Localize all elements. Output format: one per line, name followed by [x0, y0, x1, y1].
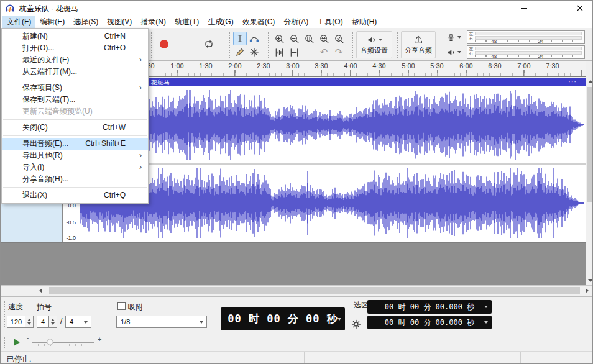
slider-thumb[interactable]	[47, 339, 53, 345]
play-at-speed-button[interactable]	[11, 337, 23, 348]
submenu-arrow-icon: ›	[139, 150, 142, 162]
scroll-right-icon[interactable]	[586, 288, 589, 293]
menu-edit[interactable]: 编辑(E)	[35, 16, 69, 28]
redo-button[interactable]: ↷	[331, 45, 346, 59]
multi-tool-button[interactable]	[247, 45, 261, 59]
time-signature-upper-input[interactable]: 4	[37, 316, 49, 328]
play-speed-slider[interactable]	[32, 337, 94, 348]
vruler-value: -0.5	[63, 219, 76, 225]
audio-setup-toolbar-grip[interactable]	[351, 32, 354, 58]
selection-end-display[interactable]: 00 时 00 分 00.000 秒	[367, 316, 492, 329]
timeline-label: 2:00	[228, 62, 241, 70]
clip-menu-button[interactable]: ···	[564, 78, 581, 85]
menu-item-recent-files[interactable]: 最近的文件(F)›	[2, 54, 148, 66]
edit-toolbar-grip[interactable]	[267, 32, 270, 58]
time-toolbar-grip[interactable]	[3, 301, 6, 328]
record-meter[interactable]: 左 右 -48 -24	[467, 30, 585, 44]
submenu-arrow-icon: ›	[139, 54, 142, 66]
menu-view[interactable]: 视图(V)	[103, 16, 136, 28]
speed-spinner[interactable]	[25, 316, 34, 328]
menu-transport[interactable]: 播录(N)	[136, 16, 170, 28]
zoom-in-button[interactable]	[272, 32, 287, 45]
menu-item-new[interactable]: 新建(N)Ctrl+N	[2, 30, 148, 42]
timeline-label: 1:00	[170, 62, 183, 70]
menu-item-save-to-cloud[interactable]: 保存到云端(T)...	[2, 94, 148, 106]
scroll-up-icon[interactable]	[588, 80, 593, 83]
trim-audio-button[interactable]	[272, 45, 287, 59]
position-toolbar-grip[interactable]	[214, 301, 218, 328]
menu-item-save-project[interactable]: 保存项目(S)›	[2, 82, 148, 94]
envelope-tool-button[interactable]	[247, 32, 261, 45]
selection-options-gear-icon[interactable]	[351, 319, 361, 329]
snap-checkbox[interactable]	[117, 302, 126, 310]
pencil-icon	[235, 47, 245, 57]
transport-toolbar-grip[interactable]	[150, 32, 153, 58]
play-meter[interactable]: 左 右 -48 -24	[467, 45, 585, 59]
menu-tracks[interactable]: 轨道(T)	[170, 16, 203, 28]
menu-item-close[interactable]: 关闭(C)Ctrl+W	[2, 122, 148, 134]
zoom-selection-button[interactable]	[301, 32, 316, 45]
menu-help[interactable]: 帮助(H)	[347, 16, 382, 28]
menu-separator	[3, 187, 147, 188]
share-toolbar-grip[interactable]	[396, 32, 399, 58]
vertical-scrollbar[interactable]	[586, 77, 593, 285]
horizontal-scrollbar-thumb[interactable]	[49, 287, 580, 294]
meter-toolbar-grip[interactable]	[439, 32, 443, 58]
menu-item-share-audio[interactable]: 分享音频(H)...	[2, 173, 148, 185]
position-format-caret-icon	[338, 318, 341, 321]
share-audio-button[interactable]: 分享音频	[401, 31, 436, 58]
horizontal-scrollbar[interactable]	[1, 285, 593, 296]
clip-header[interactable]: 花斑马 ···	[80, 78, 586, 86]
vertical-scrollbar-thumb[interactable]	[587, 87, 593, 202]
close-button[interactable]	[566, 1, 593, 16]
selection-start-display[interactable]: 00 时 00 分 00.000 秒	[367, 300, 492, 314]
undo-button[interactable]: ↶	[316, 45, 331, 59]
menu-generate[interactable]: 生成(G)	[203, 16, 237, 28]
play-at-speed-grip[interactable]	[3, 337, 6, 348]
silence-audio-button[interactable]	[287, 45, 301, 59]
menu-item-open-from-cloud[interactable]: 从云端打开(M)...	[2, 66, 148, 78]
loop-button[interactable]	[201, 37, 217, 52]
scrollbar-corner	[586, 61, 593, 77]
menu-effect[interactable]: 效果器(C)	[238, 16, 280, 28]
zoom-toggle-button[interactable]	[331, 32, 346, 45]
maximize-button[interactable]	[538, 1, 566, 16]
snap-toolbar-grip[interactable]	[106, 301, 109, 328]
zoom-fit-button[interactable]	[316, 32, 331, 45]
waveform-canvas[interactable]	[80, 86, 586, 242]
menu-item-export-other[interactable]: 导出其他(R)›	[2, 150, 148, 162]
timeline-label: 6:30	[488, 62, 501, 70]
snap-select[interactable]: 1/8	[116, 316, 207, 328]
tools-toolbar-grip[interactable]	[228, 32, 231, 58]
selection-tool-button[interactable]	[233, 32, 247, 45]
minimize-button[interactable]	[510, 1, 538, 16]
menu-file[interactable]: 文件(F)	[2, 16, 35, 28]
share-upload-icon	[413, 35, 423, 45]
bottom-toolbar-area: 速度 120 拍号 4 / 4 吸附 1/8 00 时 00 分 00 秒 选区	[1, 296, 592, 351]
zoom-out-icon	[289, 34, 300, 44]
menu-analyze[interactable]: 分析(A)	[279, 16, 313, 28]
menu-item-open[interactable]: 打开(O)...Ctrl+O	[2, 42, 148, 54]
audio-setup-button[interactable]: 音频设置	[356, 31, 392, 58]
loop-icon	[203, 39, 214, 50]
record-meter-options-button[interactable]	[443, 30, 464, 44]
record-icon	[160, 40, 168, 48]
menu-item-exit[interactable]: 退出(X)Ctrl+Q	[2, 189, 148, 201]
time-signature-spinner[interactable]	[49, 316, 57, 328]
menu-item-export-audio[interactable]: 导出音频(E)...Ctrl+Shift+E	[2, 138, 148, 150]
zoom-out-button[interactable]	[287, 32, 301, 45]
audio-position-display[interactable]: 00 时 00 分 00 秒	[221, 307, 345, 330]
menu-item-import[interactable]: 导入(I)›	[2, 162, 148, 173]
record-button[interactable]	[154, 34, 175, 55]
play-meter-options-button[interactable]	[443, 45, 464, 59]
scroll-left-icon[interactable]	[39, 288, 42, 293]
menu-select[interactable]: 选择(S)	[69, 16, 103, 28]
selection-toolbar-grip[interactable]	[347, 301, 351, 328]
loop-toolbar-grip[interactable]	[195, 32, 198, 58]
draw-tool-button[interactable]	[233, 45, 247, 59]
speed-input[interactable]: 120	[7, 316, 25, 328]
menu-tools[interactable]: 工具(O)	[313, 16, 347, 28]
zoom-fit-icon	[319, 34, 329, 44]
scroll-down-icon[interactable]	[588, 279, 593, 282]
time-signature-lower-select[interactable]: 4	[65, 316, 91, 328]
